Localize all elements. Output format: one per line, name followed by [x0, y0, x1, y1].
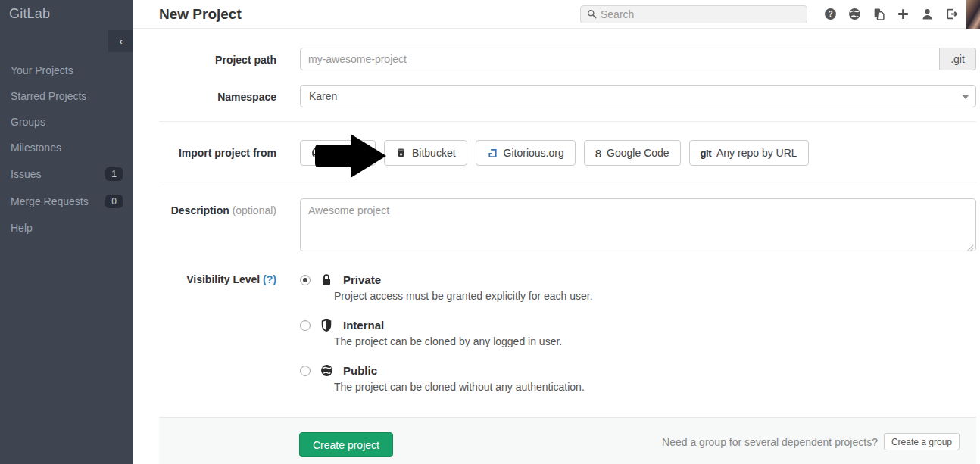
main-area: New Project ?: [133, 0, 980, 464]
optional-note: (optional): [233, 204, 276, 216]
sidebar-item-label: Starred Projects: [11, 90, 86, 102]
import-github-button[interactable]: [300, 140, 376, 166]
group-actions: Need a group for several dependent proje…: [662, 433, 960, 450]
globe-icon: [320, 364, 333, 380]
snippets-copy-icon: [872, 8, 885, 20]
explore-button[interactable]: [842, 0, 866, 29]
search-box[interactable]: [580, 5, 807, 23]
import-gitorious-button[interactable]: Gitorious.org: [476, 140, 576, 166]
help-icon: ?: [824, 8, 837, 20]
import-from-label: Import project from: [159, 140, 276, 166]
visibility-option-description: The project can be cloned without any au…: [334, 379, 976, 394]
divider: [159, 121, 976, 122]
svg-text:?: ?: [828, 10, 832, 18]
sidebar-item-your-projects[interactable]: Your Projects: [0, 58, 133, 83]
namespace-select[interactable]: Karen: [300, 85, 976, 107]
shield-icon: [320, 319, 332, 335]
sidebar-item-label: Issues: [11, 168, 41, 180]
namespace-selected-value: Karen: [309, 90, 337, 102]
new-project-form: Project path .git Namespace Karen Import…: [133, 48, 980, 464]
new-project-button[interactable]: [891, 0, 915, 29]
import-button-label: Google Code: [607, 147, 669, 159]
import-any-repo-button[interactable]: git Any repo by URL: [689, 140, 809, 166]
explore-globe-icon: [848, 8, 861, 20]
project-path-label: Project path: [159, 48, 276, 70]
user-avatar[interactable]: [966, 0, 980, 29]
sidebar-item-milestones[interactable]: Milestones: [0, 135, 133, 160]
sidebar-item-starred-projects[interactable]: Starred Projects: [0, 83, 133, 109]
description-label: Description (optional): [159, 198, 276, 254]
search-input[interactable]: [601, 8, 801, 20]
sidebar-item-label: Your Projects: [11, 64, 73, 76]
namespace-row: Namespace Karen: [159, 85, 976, 107]
visibility-label: Visibility Level (?): [159, 272, 276, 394]
project-path-row: Project path .git: [159, 48, 976, 70]
sidebar: GitLab ‹ Your Projects Starred Projects …: [0, 0, 133, 464]
import-row: Import project from: [159, 140, 976, 166]
top-bar-right: ?: [580, 0, 980, 29]
resize-handle-icon[interactable]: [966, 244, 974, 252]
import-button-label: Bitbucket: [412, 147, 456, 159]
create-group-button[interactable]: Create a group: [884, 433, 960, 450]
private-radio[interactable]: [300, 275, 311, 285]
search-icon: [587, 9, 597, 19]
issues-count-badge: 1: [105, 167, 123, 181]
create-project-button[interactable]: Create project: [299, 432, 393, 457]
gitlab-logo[interactable]: GitLab: [0, 0, 133, 28]
visibility-option-description: Project access must be granted explicitl…: [334, 288, 976, 304]
visibility-option-name[interactable]: Internal: [343, 318, 976, 333]
visibility-option-name[interactable]: Private: [343, 272, 976, 288]
divider: [159, 182, 976, 182]
merge-requests-count-badge: 0: [105, 195, 123, 208]
visibility-option-description: The project can be cloned by any logged …: [334, 334, 976, 349]
group-hint-text: Need a group for several dependent proje…: [662, 436, 878, 448]
page-title: New Project: [159, 6, 242, 23]
sidebar-nav: Your Projects Starred Projects Groups Mi…: [0, 58, 133, 241]
sidebar-item-label: Groups: [11, 116, 45, 128]
git-icon: git: [701, 148, 711, 158]
import-google-code-button[interactable]: 8 Google Code: [584, 140, 681, 166]
git-suffix-addon: .git: [940, 48, 976, 70]
logout-icon: [945, 8, 958, 20]
visibility-option-private: Private Project access must be granted e…: [300, 272, 976, 304]
visibility-option-internal: Internal The project can be cloned by an…: [300, 318, 976, 349]
caret-down-icon: [963, 95, 969, 99]
visibility-help-link[interactable]: (?): [263, 273, 276, 285]
top-bar: New Project ?: [133, 0, 980, 29]
logout-button[interactable]: [939, 0, 963, 29]
sidebar-item-label: Help: [11, 222, 33, 234]
sidebar-collapse-button[interactable]: ‹: [108, 30, 133, 52]
visibility-row: Visibility Level (?) Private Project acc…: [159, 272, 976, 394]
sidebar-item-help[interactable]: Help: [0, 215, 133, 241]
chevron-left-icon: ‹: [119, 36, 122, 47]
sidebar-item-label: Milestones: [11, 142, 61, 154]
help-button[interactable]: ?: [818, 0, 842, 29]
profile-button[interactable]: [915, 0, 939, 29]
project-path-input[interactable]: [300, 48, 940, 70]
form-actions: Create project Need a group for several …: [159, 417, 976, 464]
visibility-option-name[interactable]: Public: [343, 363, 976, 378]
description-row: Description (optional): [159, 198, 976, 254]
namespace-label: Namespace: [159, 85, 276, 107]
gitorious-icon: [487, 148, 498, 159]
visibility-option-public: Public The project can be cloned without…: [300, 363, 976, 394]
sidebar-item-groups[interactable]: Groups: [0, 109, 133, 135]
bitbucket-icon: [395, 148, 407, 159]
import-bitbucket-button[interactable]: Bitbucket: [384, 140, 467, 166]
public-radio[interactable]: [300, 366, 311, 376]
internal-radio[interactable]: [300, 320, 311, 331]
sidebar-item-merge-requests[interactable]: Merge Requests 0: [0, 188, 133, 215]
github-icon: [311, 147, 323, 159]
sidebar-item-label: Merge Requests: [11, 195, 89, 207]
google-code-icon: 8: [595, 148, 601, 159]
description-textarea[interactable]: [300, 198, 976, 251]
lock-icon: [320, 273, 332, 289]
import-button-label: Gitorious.org: [504, 147, 564, 159]
new-plus-icon: [897, 8, 910, 20]
profile-user-icon: [921, 8, 934, 20]
import-button-label: Any repo by URL: [716, 147, 797, 159]
sidebar-item-issues[interactable]: Issues 1: [0, 160, 133, 188]
snippets-button[interactable]: [866, 0, 891, 29]
